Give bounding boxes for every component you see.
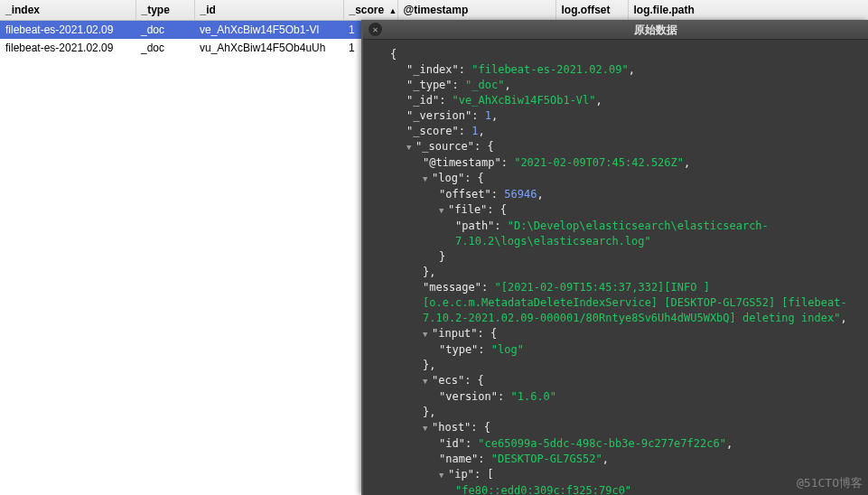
col-header-type[interactable]: _type [135, 0, 194, 20]
chevron-down-icon[interactable]: ▼ [439, 203, 448, 219]
chevron-down-icon[interactable]: ▼ [406, 140, 415, 155]
val-id: ve_AhXcBiw14F5Ob1-Vl [459, 94, 590, 107]
val-host-id: ce65099a-5ddc-498c-bb3e-9c277e7f22c6 [485, 437, 720, 450]
col-header-index[interactable]: _index [0, 0, 135, 20]
raw-panel-header: ✕ 原始数据 [363, 20, 868, 40]
col-header-timestamp[interactable]: @timestamp [397, 0, 555, 20]
chevron-down-icon[interactable]: ▼ [423, 327, 432, 342]
cell-id: vu_AhXcBiw14F5Ob4uUh [194, 39, 343, 57]
col-header-id[interactable]: _id [194, 0, 343, 20]
val-index: filebeat-es-2021.02.09 [478, 63, 621, 76]
cell-id: ve_AhXcBiw14F5Ob1-Vl [194, 20, 343, 39]
cell-type: _doc [135, 20, 194, 39]
val-type: _doc [471, 79, 498, 91]
raw-panel-title: 原始数据 [634, 23, 677, 38]
val-host-ip0: fe80::edd0:309c:f325:79c0 [462, 484, 625, 495]
chevron-down-icon[interactable]: ▼ [423, 172, 432, 187]
raw-data-panel: ✕ 原始数据 { "_index": "filebeat-es-2021.02.… [361, 20, 868, 495]
val-ecs-version: 1.6.0 [518, 390, 550, 403]
cell-index: filebeat-es-2021.02.09 [0, 39, 135, 57]
col-header-offset[interactable]: log.offset [555, 0, 628, 20]
val-version: 1 [485, 109, 491, 122]
col-header-score-label: _score [350, 4, 385, 16]
cell-index: filebeat-es-2021.02.09 [0, 20, 135, 39]
chevron-down-icon[interactable]: ▼ [439, 468, 448, 483]
col-header-score[interactable]: _score ▲ [343, 0, 397, 20]
val-timestamp: 2021-02-09T07:45:42.526Z [520, 156, 677, 169]
chevron-down-icon[interactable]: ▼ [423, 421, 432, 436]
col-header-path[interactable]: log.file.path [628, 0, 868, 20]
val-host-name: DESKTOP-GL7GS52 [498, 453, 595, 465]
val-log-offset: 56946 [504, 188, 537, 201]
chevron-down-icon[interactable]: ▼ [423, 374, 432, 389]
table-header: _index _type _id _score ▲ @timestamp log… [0, 0, 868, 20]
watermark: @51CTO博客 [797, 475, 863, 491]
val-input-type: log [498, 343, 518, 356]
sort-asc-icon: ▲ [387, 6, 397, 15]
close-icon[interactable]: ✕ [369, 23, 382, 36]
cell-type: _doc [135, 39, 194, 57]
raw-json-body[interactable]: { "_index": "filebeat-es-2021.02.09", "_… [363, 40, 868, 495]
